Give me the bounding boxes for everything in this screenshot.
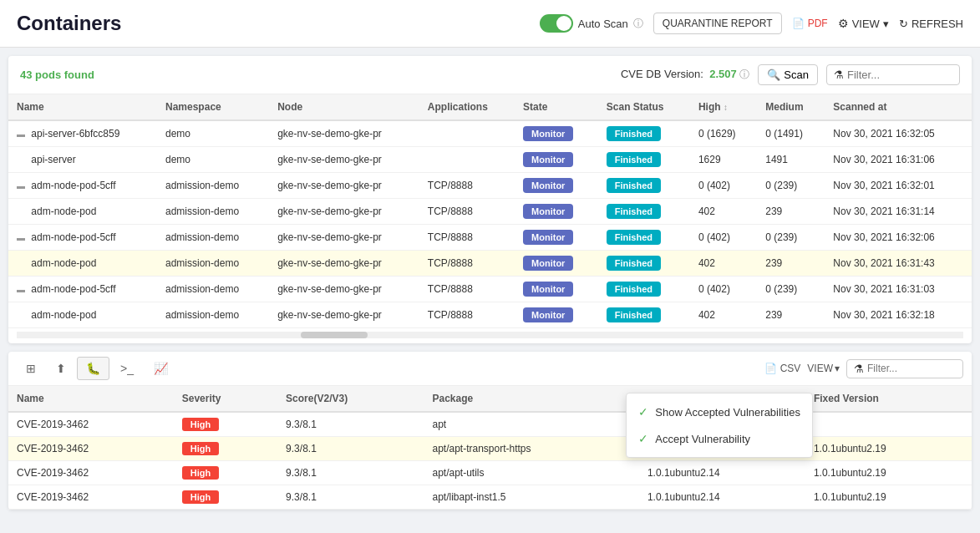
vuln-col-score: Score(V2/V3) — [277, 386, 424, 412]
col-state: State — [515, 94, 598, 120]
top-filter-box[interactable]: ⚗ — [826, 64, 960, 85]
bottom-filter-box[interactable]: ⚗ — [846, 359, 963, 378]
scan-badge: Finished — [607, 230, 661, 245]
table-row[interactable]: adm-node-pod admission-demo gke-nv-se-de… — [8, 302, 972, 328]
cell-node: gke-nv-se-demo-gke-pr — [269, 302, 419, 328]
cell-name: adm-node-pod — [8, 302, 157, 328]
quarantine-report-button[interactable]: QUARANTINE REPORT — [653, 13, 782, 34]
cell-scan-status: Finished — [598, 147, 690, 173]
cell-name: ▬ adm-node-pod-5cff — [8, 277, 157, 302]
vuln-cell-score: 9.3/8.1 — [277, 437, 424, 461]
cell-apps: TCP/8888 — [419, 173, 515, 199]
vuln-cell-severity: High — [174, 412, 277, 437]
vuln-cell-fixed: 1.0.1ubuntu2.19 — [805, 461, 972, 485]
cell-scan-status: Finished — [598, 251, 690, 277]
refresh-button[interactable]: ↻ REFRESH — [899, 18, 963, 30]
cve-db-text: CVE DB Version: — [621, 68, 703, 80]
cell-namespace: admission-demo — [157, 225, 269, 251]
cell-high: 1629 — [690, 147, 757, 173]
cell-state: Monitor — [515, 302, 598, 328]
expand-icon[interactable]: ▬ — [17, 181, 25, 190]
cell-scan-status: Finished — [598, 173, 690, 199]
cell-scanned-at: Nov 30, 2021 16:32:18 — [825, 302, 972, 328]
filter-icon: ⚗ — [834, 69, 844, 81]
cell-name: api-server — [8, 147, 157, 173]
top-filter-input[interactable] — [847, 69, 952, 81]
cell-scan-status: Finished — [598, 277, 690, 302]
table-scrollbar[interactable] — [8, 328, 972, 343]
vuln-cell-fixed — [805, 412, 972, 437]
pdf-label: PDF — [808, 18, 828, 29]
cell-name: ▬ api-server-6bfcc859 — [8, 120, 157, 147]
vuln-row[interactable]: CVE-2019-3462 High 9.3/8.1 apt/libapt-in… — [8, 485, 972, 510]
expand-icon[interactable]: ▬ — [17, 233, 25, 242]
cell-high: 0 (402) — [690, 225, 757, 251]
bottom-filter-input[interactable] — [867, 363, 956, 374]
view-label: VIEW — [852, 18, 880, 30]
vuln-cell-name: CVE-2019-3462 — [8, 461, 174, 485]
tab-compliance[interactable]: ⬆ — [47, 357, 75, 380]
show-accepted-label: Show Accepted Vulnerabilities — [655, 406, 800, 419]
tab-chart[interactable]: 📈 — [145, 357, 177, 380]
bottom-view-label: VIEW — [807, 363, 833, 374]
cell-apps: TCP/8888 — [419, 302, 515, 328]
top-right-controls: CVE DB Version: 2.507 ⓘ 🔍 Scan ⚗ — [621, 64, 960, 85]
vuln-row[interactable]: CVE-2019-3462 High 9.3/8.1 apt/apt-utils… — [8, 461, 972, 485]
page-title: Containers — [17, 12, 121, 35]
vuln-cell-severity: High — [174, 461, 277, 485]
vuln-cell-fixed: 1.0.1ubuntu2.19 — [805, 437, 972, 461]
table-row[interactable]: ▬ adm-node-pod-5cff admission-demo gke-n… — [8, 225, 972, 251]
expand-icon[interactable]: ▬ — [17, 129, 25, 139]
bottom-tabs: ⊞ ⬆ 🐛 >_ 📈 — [17, 357, 177, 380]
cell-node: gke-nv-se-demo-gke-pr — [269, 251, 419, 277]
scan-badge: Finished — [607, 282, 661, 297]
cell-scanned-at: Nov 30, 2021 16:31:43 — [825, 251, 972, 277]
table-row[interactable]: ▬ api-server-6bfcc859 demo gke-nv-se-dem… — [8, 120, 972, 147]
show-accepted-vulnerabilities-item[interactable]: ✓ Show Accepted Vulnerabilities — [627, 398, 812, 425]
table-row[interactable]: adm-node-pod admission-demo gke-nv-se-de… — [8, 251, 972, 277]
tab-grid[interactable]: ⊞ — [17, 357, 45, 380]
auto-scan-toggle[interactable] — [540, 14, 573, 33]
vuln-cell-package: apt/libapt-inst1.5 — [424, 485, 638, 510]
vuln-row[interactable]: CVE-2019-3462 High 9.3/8.1 apt 1.0.1ubun… — [8, 412, 972, 437]
vuln-cell-version: 1.0.1ubuntu2.14 — [639, 461, 805, 485]
csv-icon: 📄 — [764, 363, 777, 374]
cell-scanned-at: Nov 30, 2021 16:32:05 — [825, 120, 972, 147]
refresh-icon: ↻ — [899, 18, 908, 30]
tab-console[interactable]: >_ — [111, 357, 143, 380]
search-icon: 🔍 — [767, 69, 780, 81]
accept-vulnerability-item[interactable]: ✓ Accept Vulnerability — [627, 425, 812, 452]
view-dropdown-menu: ✓ Show Accepted Vulnerabilities ✓ Accept… — [626, 393, 813, 458]
cve-info-icon[interactable]: ⓘ — [739, 69, 749, 80]
gear-view-button[interactable]: ⚙ VIEW ▾ — [838, 17, 889, 30]
auto-scan-label: Auto Scan — [578, 18, 628, 30]
cell-node: gke-nv-se-demo-gke-pr — [269, 277, 419, 302]
col-high[interactable]: High ↕ — [690, 94, 757, 120]
cell-medium: 239 — [757, 251, 825, 277]
tab-vulnerabilities[interactable]: 🐛 — [77, 357, 109, 380]
table-row[interactable]: api-server demo gke-nv-se-demo-gke-pr Mo… — [8, 147, 972, 173]
cell-high: 402 — [690, 199, 757, 225]
vuln-cell-score: 9.3/8.1 — [277, 412, 424, 437]
containers-table: Name Namespace Node Applications State S… — [8, 94, 972, 328]
cell-node: gke-nv-se-demo-gke-pr — [269, 173, 419, 199]
auto-scan-info-icon[interactable]: ⓘ — [633, 17, 643, 31]
bottom-right-tools: 📄 CSV VIEW ▾ ⚗ — [764, 359, 963, 378]
table-row[interactable]: ▬ adm-node-pod-5cff admission-demo gke-n… — [8, 173, 972, 199]
bottom-view-button[interactable]: VIEW ▾ — [807, 363, 840, 374]
refresh-label: REFRESH — [911, 18, 963, 30]
cell-state: Monitor — [515, 199, 598, 225]
csv-button[interactable]: 📄 CSV — [764, 363, 801, 374]
expand-icon[interactable]: ▬ — [17, 285, 25, 294]
state-badge: Monitor — [523, 307, 573, 322]
vuln-row[interactable]: CVE-2019-3462 High 9.3/8.1 apt/apt-trans… — [8, 437, 972, 461]
cell-scan-status: Finished — [598, 302, 690, 328]
pdf-button[interactable]: 📄 PDF — [792, 18, 828, 29]
state-badge: Monitor — [523, 230, 573, 245]
col-namespace: Namespace — [157, 94, 269, 120]
scan-button[interactable]: 🔍 Scan — [758, 64, 818, 85]
table-row[interactable]: adm-node-pod admission-demo gke-nv-se-de… — [8, 199, 972, 225]
cell-namespace: demo — [157, 120, 269, 147]
vuln-cell-version: 1.0.1ubuntu2.14 — [639, 485, 805, 510]
table-row[interactable]: ▬ adm-node-pod-5cff admission-demo gke-n… — [8, 277, 972, 302]
